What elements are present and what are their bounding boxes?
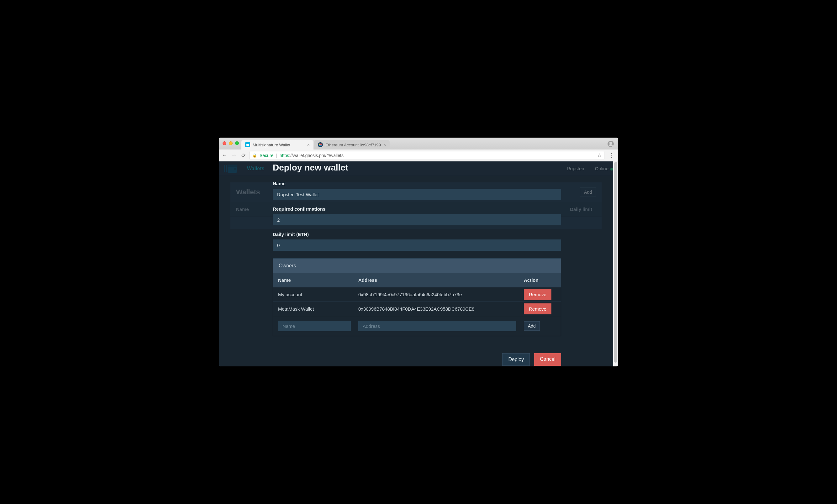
add-owner-button[interactable]: Add bbox=[524, 321, 540, 331]
vertical-scrollbar[interactable] bbox=[613, 161, 618, 366]
network-label: Ropsten bbox=[567, 166, 584, 171]
wallet-favicon-icon bbox=[245, 142, 250, 147]
remove-owner-button[interactable]: Remove bbox=[524, 303, 551, 314]
browser-window: Multisignature Wallet × Ethereum Account… bbox=[219, 138, 618, 366]
owner-address: 0x98cf7199f4e0c977196aafa64c6a240febb7b7… bbox=[355, 287, 520, 302]
window-controls bbox=[222, 141, 239, 145]
browser-tab-1[interactable]: Multisignature Wallet × bbox=[242, 140, 314, 149]
deploy-button[interactable]: Deploy bbox=[502, 353, 530, 366]
new-owner-name-input[interactable] bbox=[278, 321, 351, 331]
modal-actions: Deploy Cancel bbox=[273, 353, 561, 366]
add-wallet-button[interactable]: Add bbox=[580, 187, 596, 197]
wallets-panel-title: Wallets bbox=[236, 188, 260, 196]
etherscan-favicon-icon bbox=[318, 142, 323, 147]
wallet-name-input[interactable] bbox=[273, 189, 561, 200]
status-dot-icon bbox=[610, 168, 613, 170]
page-viewport: Wallets Ropsten Online Wallets Add Name bbox=[219, 161, 618, 366]
confirmations-input[interactable] bbox=[273, 214, 561, 226]
address-bar[interactable]: 🔒 Secure | https://wallet.gnosis.pm/#/wa… bbox=[250, 151, 604, 160]
tab-close-icon[interactable]: × bbox=[384, 143, 386, 147]
window-zoom-button[interactable] bbox=[235, 141, 239, 145]
daily-limit-label: Daily limit (ETH) bbox=[273, 232, 561, 237]
nav-wallets[interactable]: Wallets bbox=[247, 166, 264, 172]
owner-name: My account bbox=[273, 287, 355, 302]
browser-tab-2[interactable]: Ethereum Account 0x98cf7199 × bbox=[314, 140, 390, 149]
confirmations-label: Required confirmations bbox=[273, 206, 561, 212]
svg-rect-3 bbox=[228, 165, 237, 167]
name-label: Name bbox=[273, 181, 561, 186]
separator: | bbox=[276, 153, 277, 158]
owner-new-row: Add bbox=[273, 316, 561, 336]
tab-close-icon[interactable]: × bbox=[307, 143, 310, 147]
bookmark-star-icon[interactable]: ☆ bbox=[597, 152, 602, 158]
owners-col-action: Action bbox=[520, 273, 561, 287]
remove-owner-button[interactable]: Remove bbox=[524, 289, 551, 300]
modal-title: Deploy new wallet bbox=[273, 163, 561, 173]
app-logo-icon[interactable] bbox=[224, 164, 238, 174]
svg-rect-1 bbox=[226, 165, 227, 173]
tab-title: Ethereum Account 0x98cf7199 bbox=[325, 143, 381, 147]
reload-button[interactable]: ⟳ bbox=[240, 152, 246, 158]
status-label: Online bbox=[595, 166, 613, 171]
tab-title: Multisignature Wallet bbox=[253, 143, 290, 147]
forward-button[interactable]: → bbox=[231, 152, 237, 159]
owner-row: MetaMask Wallet 0x30996B7848Bf844F0DA4E3… bbox=[273, 302, 561, 316]
owner-row: My account 0x98cf7199f4e0c977196aafa64c6… bbox=[273, 287, 561, 302]
browser-toolbar: ← → ⟳ 🔒 Secure | https://wallet.gnosis.p… bbox=[219, 149, 618, 161]
owners-col-address: Address bbox=[355, 273, 520, 287]
url: https://wallet.gnosis.pm/#/wallets bbox=[280, 153, 343, 158]
daily-limit-input[interactable] bbox=[273, 239, 561, 251]
back-button[interactable]: ← bbox=[221, 152, 228, 159]
window-close-button[interactable] bbox=[222, 141, 226, 145]
owner-address: 0x30996B7848Bf844F0DA4E33E92AC958DC6789C… bbox=[355, 302, 520, 316]
owners-heading: Owners bbox=[273, 258, 561, 273]
window-minimize-button[interactable] bbox=[229, 141, 233, 145]
owners-section: Owners Name Address Action My account 0x… bbox=[273, 258, 561, 336]
svg-rect-0 bbox=[224, 165, 225, 173]
owners-col-name: Name bbox=[273, 273, 355, 287]
secure-label: Secure bbox=[260, 153, 273, 158]
deploy-wallet-modal: Deploy new wallet Name Required confirma… bbox=[273, 163, 561, 366]
browser-tabs: Multisignature Wallet × Ethereum Account… bbox=[242, 138, 390, 149]
cancel-button[interactable]: Cancel bbox=[534, 353, 561, 366]
window-titlebar: Multisignature Wallet × Ethereum Account… bbox=[219, 138, 618, 149]
owners-table: Name Address Action My account 0x98cf719… bbox=[273, 273, 561, 336]
owner-name: MetaMask Wallet bbox=[273, 302, 355, 316]
chrome-profile-icon[interactable] bbox=[607, 141, 614, 147]
new-owner-address-input[interactable] bbox=[358, 321, 516, 331]
lock-icon: 🔒 bbox=[252, 153, 257, 158]
chrome-menu-icon[interactable]: ⋮ bbox=[607, 152, 616, 159]
svg-point-4 bbox=[234, 168, 236, 170]
